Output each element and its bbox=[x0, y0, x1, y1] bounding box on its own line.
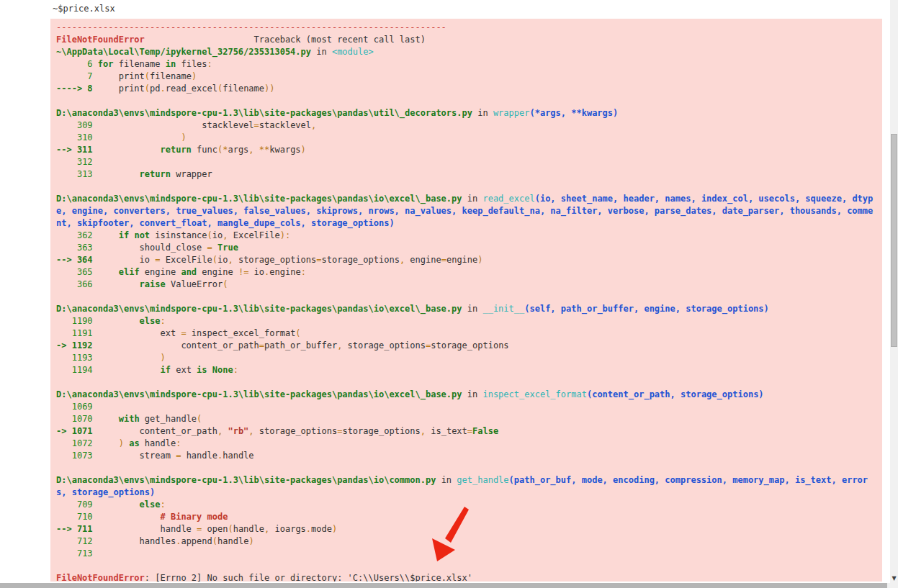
source-code-line: 6 for filename in files: bbox=[56, 58, 877, 71]
code-token: ) bbox=[301, 145, 306, 155]
code-token: if bbox=[119, 230, 129, 240]
code-token: D:\anaconda3\envs\mindspore-cpu-1.3\lib\… bbox=[56, 108, 472, 118]
code-token: wrapper bbox=[171, 169, 212, 179]
code-token: io bbox=[248, 267, 264, 277]
code-token: return bbox=[140, 169, 171, 179]
blank-line bbox=[56, 291, 877, 303]
line-number: 363 bbox=[56, 243, 98, 253]
code-token: , bbox=[421, 426, 426, 436]
code-token: get_handle bbox=[457, 475, 508, 485]
code-token: FileNotFoundError bbox=[56, 35, 145, 45]
code-token: = bbox=[207, 243, 212, 253]
code-token: in bbox=[462, 389, 483, 399]
code-token: = bbox=[155, 255, 160, 265]
code-token bbox=[98, 512, 161, 522]
code-token: wrapper bbox=[493, 108, 530, 118]
source-code-line: 363 should_close = True bbox=[56, 242, 877, 254]
code-token: as bbox=[129, 438, 139, 448]
code-token: ( bbox=[212, 255, 217, 265]
source-code-line: 309 stacklevel=stacklevel, bbox=[56, 119, 877, 132]
code-token: (* bbox=[217, 145, 228, 155]
source-code-line: 1069 bbox=[56, 401, 877, 413]
code-token bbox=[98, 267, 119, 277]
source-code-line: 1190 else: bbox=[56, 315, 877, 327]
source-code-line: 1070 with get_handle( bbox=[56, 413, 877, 425]
source-code-line: 1191 ext = inspect_excel_format( bbox=[56, 327, 877, 340]
code-token: else bbox=[140, 499, 161, 510]
code-token: func bbox=[192, 145, 217, 155]
code-token bbox=[207, 365, 212, 375]
code-token: ) bbox=[332, 524, 337, 534]
code-token: raise bbox=[140, 279, 166, 289]
line-number: 7 bbox=[56, 71, 98, 81]
code-token: ) bbox=[119, 438, 124, 448]
code-token: = bbox=[467, 426, 472, 436]
code-token: handle bbox=[233, 524, 264, 534]
code-token: in bbox=[436, 475, 457, 485]
code-token: handle bbox=[181, 451, 217, 461]
code-token: filename bbox=[150, 71, 192, 81]
blank-line bbox=[56, 462, 877, 474]
code-token: = bbox=[254, 120, 259, 130]
traceback-divider: ----------------------------------------… bbox=[56, 22, 877, 34]
frame-location-line: D:\anaconda3\envs\mindspore-cpu-1.3\lib\… bbox=[56, 303, 877, 315]
line-number: 1193 bbox=[56, 353, 98, 363]
source-code-line: --> 364 io = ExcelFile(io, storage_optio… bbox=[56, 254, 877, 266]
source-code-line: ----> 8 print(pd.read_excel(filename)) bbox=[56, 83, 877, 95]
line-number: 312 bbox=[56, 157, 98, 167]
code-token: storage_options bbox=[342, 426, 420, 436]
vertical-scrollbar[interactable]: ▼ bbox=[890, 0, 898, 588]
code-token: is_text bbox=[426, 426, 467, 436]
code-token: . bbox=[161, 83, 166, 94]
code-token: engine bbox=[405, 255, 441, 265]
code-token: in bbox=[472, 108, 493, 118]
code-token: D:\anaconda3\envs\mindspore-cpu-1.3\lib\… bbox=[56, 304, 462, 314]
code-token: print bbox=[98, 83, 145, 94]
traceback-header: FileNotFoundError Traceback (most recent… bbox=[56, 34, 877, 46]
code-token bbox=[98, 438, 119, 448]
code-token: ) bbox=[192, 71, 197, 81]
source-code-line: 713 bbox=[56, 548, 877, 560]
code-token: ioargs bbox=[269, 524, 306, 534]
scroll-down-arrow-icon[interactable]: ▼ bbox=[890, 576, 898, 582]
code-token: print bbox=[98, 71, 145, 81]
code-token: ( bbox=[145, 83, 150, 94]
code-token: is bbox=[197, 365, 207, 375]
line-number: 1191 bbox=[56, 328, 98, 338]
code-token: storage_options bbox=[233, 255, 317, 265]
code-token: handle bbox=[140, 438, 176, 448]
code-token: with bbox=[119, 414, 140, 424]
traceback-content: ----------------------------------------… bbox=[56, 22, 877, 582]
error-traceback-block: ----------------------------------------… bbox=[50, 19, 882, 582]
code-token: io bbox=[98, 255, 155, 265]
code-token bbox=[98, 499, 140, 510]
code-token: engine bbox=[140, 267, 181, 277]
code-token: D:\anaconda3\envs\mindspore-cpu-1.3\lib\… bbox=[56, 194, 462, 204]
code-token: handles bbox=[98, 536, 176, 546]
code-token: handle bbox=[217, 536, 248, 546]
code-token: : bbox=[176, 438, 181, 448]
code-token: = bbox=[316, 255, 321, 265]
line-number: 1069 bbox=[56, 402, 98, 412]
code-token: , bbox=[248, 426, 253, 436]
code-token: = bbox=[259, 340, 264, 350]
code-token: pd bbox=[150, 83, 160, 94]
code-token: : bbox=[233, 365, 238, 375]
code-token: False bbox=[472, 426, 498, 436]
source-code-line: 1194 if ext is None: bbox=[56, 364, 877, 376]
horizontal-scrollbar[interactable] bbox=[0, 583, 890, 588]
code-token bbox=[212, 243, 217, 253]
code-token: engine bbox=[269, 267, 300, 277]
code-token: ext bbox=[171, 365, 197, 375]
code-token: , bbox=[311, 120, 316, 130]
code-token: open bbox=[202, 524, 228, 534]
code-token: args bbox=[228, 145, 248, 155]
code-token: kwargs bbox=[269, 145, 300, 155]
vertical-scrollbar-thumb[interactable] bbox=[891, 134, 897, 347]
code-token: mode bbox=[311, 524, 332, 534]
horizontal-scrollbar-thumb[interactable] bbox=[0, 583, 887, 588]
code-token: filename bbox=[223, 83, 264, 94]
code-token: in bbox=[462, 304, 483, 314]
divider-dashes: ----------------------------------------… bbox=[56, 22, 446, 32]
code-token: files bbox=[176, 59, 207, 69]
